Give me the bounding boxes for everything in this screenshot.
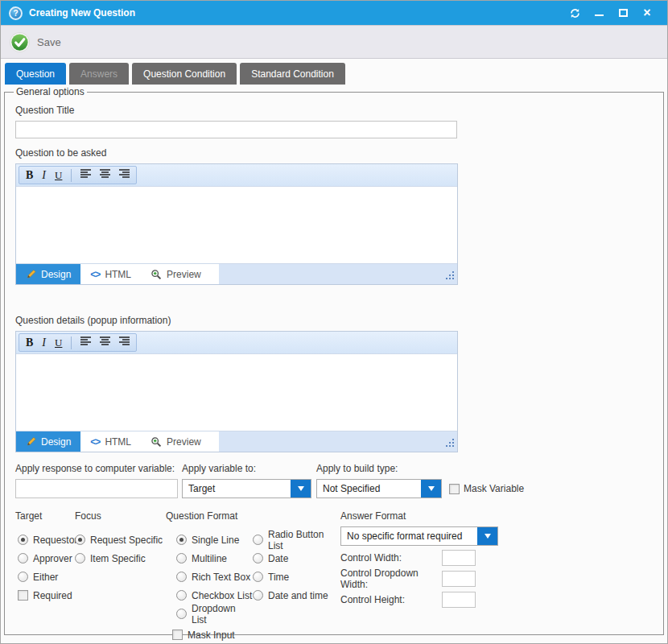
refresh-button[interactable] [563,2,587,23]
tab-question-condition[interactable]: Question Condition [132,63,237,85]
required-checkbox[interactable] [18,590,28,601]
mask-input-checkbox[interactable] [172,630,183,640]
radio-item-specific[interactable]: Item Specific [75,549,166,568]
editor-preview-tab[interactable]: Preview [141,264,211,284]
editor-preview-tab[interactable]: Preview [141,431,211,452]
mask-input-label: Mask Input [188,630,235,641]
question-details-editor: B I U [15,331,458,452]
code-icon: <> [90,269,100,280]
control-dropdown-width-input[interactable] [442,571,476,587]
radio-icon[interactable] [18,553,28,564]
question-format-label: Question Format [166,510,340,522]
editor-design-tab[interactable]: Design [16,431,80,452]
help-icon[interactable] [9,6,23,20]
radio-time[interactable]: Time [253,568,340,586]
editor-html-tab[interactable]: <> HTML [80,431,141,452]
editor-html-tab[interactable]: <> HTML [80,264,141,284]
resize-grip-icon[interactable] [445,271,454,280]
mask-variable-option[interactable]: Mask Variable [449,483,524,494]
build-type-label: Apply to build type: [316,463,442,474]
editor-design-tab[interactable]: Design [16,264,80,284]
italic-button[interactable]: I [42,169,46,182]
radio-icon[interactable] [176,572,187,582]
tab-question[interactable]: Question [5,63,66,85]
radio-icon[interactable] [253,572,263,582]
radio-label: Multiline [192,553,227,564]
build-type-dropdown[interactable]: Not Specified [316,479,442,498]
underline-button[interactable]: U [55,336,62,349]
radio-date-and-time[interactable]: Date and time [253,586,340,605]
dropdown-button[interactable] [477,527,497,545]
question-title-input[interactable] [15,121,457,138]
question-format-group: Question Format Single Line Multiline [166,510,340,644]
radio-multiline[interactable]: Multiline [176,549,253,568]
required-option[interactable]: Required [18,586,75,605]
bold-button[interactable]: B [26,169,33,182]
underline-button[interactable]: U [55,169,62,182]
answer-format-dropdown[interactable]: No specific format required [340,526,498,546]
radio-icon[interactable] [253,590,263,601]
radio-icon[interactable] [253,553,263,564]
response-variable-input[interactable] [15,479,178,498]
radio-icon[interactable] [176,553,187,564]
align-right-button[interactable] [119,169,130,181]
radio-label: Item Specific [90,553,146,564]
tab-standard-condition[interactable]: Standard Condition [240,63,345,85]
mask-input-option[interactable]: Mask Input [172,625,340,644]
align-left-button[interactable] [80,169,91,181]
radio-request-specific[interactable]: Request Specific [75,530,166,549]
radio-icon[interactable] [176,590,187,601]
question-asked-editor: B I U [15,163,458,285]
target-group: Target Requestor Approver Either [15,510,75,644]
radio-icon[interactable] [253,535,263,545]
general-options-group: General options Question Title Question … [4,86,664,635]
bold-button[interactable]: B [26,336,33,349]
apply-variable-to-dropdown[interactable]: Target [182,479,311,498]
editor-text-area[interactable] [16,353,457,431]
radio-icon[interactable] [75,553,85,564]
radio-icon[interactable] [176,535,187,545]
radio-rich-text-box[interactable]: Rich Text Box [176,568,253,586]
radio-label: Requestor [33,535,77,546]
dropdown-button[interactable] [291,480,311,497]
tab-answers[interactable]: Answers [69,63,129,85]
radio-requestor[interactable]: Requestor [18,530,75,549]
radio-label: Request Specific [90,535,163,546]
radio-date[interactable]: Date [253,549,340,568]
html-label: HTML [105,269,131,280]
radio-either[interactable]: Either [18,568,75,586]
magnifier-plus-icon [151,436,162,448]
control-height-input[interactable] [442,592,476,608]
align-center-button[interactable] [100,169,110,181]
align-right-icon [119,169,130,179]
dropdown-button[interactable] [421,480,441,497]
radio-label: Either [33,572,58,583]
dropdown-value: Not Specified [317,480,421,497]
radio-icon[interactable] [176,609,187,619]
editor-text-area[interactable] [16,186,457,263]
radio-approver[interactable]: Approver [18,549,75,568]
radio-dropdown-list[interactable]: Dropdown List [176,605,253,623]
minimize-button[interactable] [587,2,611,23]
design-label: Design [41,269,71,280]
align-right-button[interactable] [119,336,130,349]
resize-grip-icon[interactable] [445,439,454,448]
align-center-button[interactable] [100,336,110,349]
radio-icon[interactable] [18,535,28,545]
general-options-legend: General options [14,86,87,97]
align-center-icon [100,169,110,179]
radio-radio-button-list[interactable]: Radio Button List [253,530,340,549]
save-button[interactable]: Save [9,31,61,53]
italic-button[interactable]: I [42,336,46,349]
maximize-button[interactable] [611,2,635,23]
mask-variable-checkbox[interactable] [449,484,460,494]
radio-icon[interactable] [75,535,85,545]
align-left-button[interactable] [80,336,91,349]
radio-icon[interactable] [18,572,28,582]
editor-mode-tabs: Design <> HTML Preview [16,263,457,284]
radio-label: Checkbox List [192,590,252,601]
radio-single-line[interactable]: Single Line [176,530,253,549]
window-controls: × [563,2,659,23]
close-button[interactable]: × [635,2,659,23]
control-width-input[interactable] [442,550,476,566]
